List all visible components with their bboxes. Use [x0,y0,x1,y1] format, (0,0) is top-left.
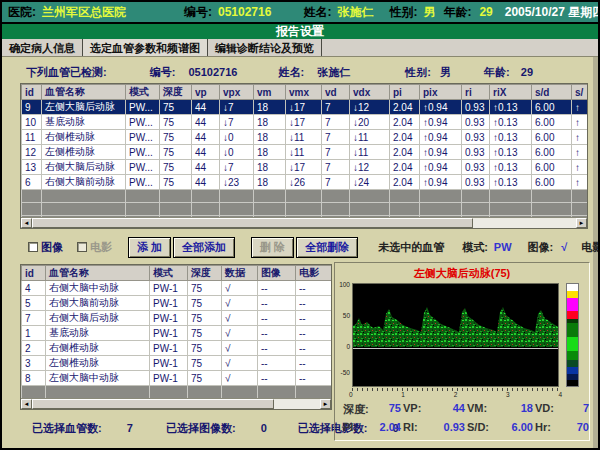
column-header: vd [322,85,350,100]
scroll-right-arrow-icon[interactable]: ► [576,218,587,228]
tab-vessel-spectrum[interactable]: 选定血管参数和频谱图 [83,39,208,56]
table-cell: 7 [322,175,350,190]
table-cell: 0.93 [462,145,490,160]
image-count-value: 0 [261,422,267,434]
table-row[interactable]: 12左侧椎动脉PW...7544↓018↓117↓112.04↑0.940.93… [22,145,588,160]
column-header: pix [420,85,462,100]
table-row[interactable]: 13右侧大脑后动脉PW...7544↓718↓177↓122.04↑0.940.… [22,160,588,175]
image-label: 图像: [528,240,554,255]
stat-vp: VP:44 [403,402,465,417]
table-cell: 2.04 [390,130,420,145]
spectrum-stats: 深度:75 VP:44 VM:18 VD:7 PI:2.04 RI:0.93 S… [343,402,585,433]
y-tick-100: 100 [336,281,350,288]
table-cell: 44 [192,145,220,160]
column-header: 模式 [150,266,188,281]
delete-button[interactable]: 删 除 [251,237,294,258]
detected-table-hscrollbar[interactable]: ◄ ► [21,217,587,228]
table-cell: -- [296,326,332,341]
movie-checkbox-label: 电影 [90,240,112,255]
table-cell: 75 [160,115,192,130]
info-gender-label: 性别: [405,65,431,80]
table-cell: 18 [254,100,286,115]
movie-checkbox[interactable] [77,242,87,252]
age-label: 年龄: [443,4,471,21]
table-row[interactable]: 8左侧大脑中动脉PW-175√---- [22,371,332,386]
x-tick: 1 [401,391,405,398]
scroll-thumb[interactable] [32,399,274,409]
table-cell: 9 [22,100,42,115]
gender-label: 性别: [389,4,417,21]
table-cell: √ [222,311,258,326]
table-row[interactable]: 4右侧大脑中动脉PW-175√---- [22,281,332,296]
table-cell: -- [258,326,296,341]
table-row[interactable]: 5右侧大脑前动脉PW-175√---- [22,296,332,311]
column-header: s/d [532,85,572,100]
table-cell: ↓17 [286,115,322,130]
table-cell: -- [296,356,332,371]
scroll-left-arrow-icon[interactable]: ◄ [21,399,32,409]
table-row[interactable]: 1基底动脉PW-175√---- [22,326,332,341]
table-row[interactable]: 2右侧椎动脉PW-175√---- [22,341,332,356]
table-row[interactable]: 3左侧椎动脉PW-175√---- [22,356,332,371]
table-cell: ↑0.13 [490,160,532,175]
delete-all-button[interactable]: 全部删除 [296,237,358,258]
tab-patient-info[interactable]: 确定病人信息 [2,39,83,56]
table-cell: 7 [322,130,350,145]
table-cell: -- [296,281,332,296]
table-cell: 7 [322,115,350,130]
table-row[interactable]: 11右侧椎动脉PW...7544↓018↓117↓112.04↑0.940.93… [22,130,588,145]
scroll-left-arrow-icon[interactable]: ◄ [21,218,32,228]
table-cell: 左侧椎动脉 [42,145,126,160]
add-button[interactable]: 添 加 [128,237,171,258]
table-cell: 2.04 [390,100,420,115]
name-label: 姓名: [303,4,331,21]
table-row[interactable]: 9左侧大脑后动脉PW...7544↓718↓177↓122.04↑0.940.9… [22,100,588,115]
selected-table-hscrollbar[interactable]: ◄ ► [21,398,331,409]
tab-bar: 确定病人信息 选定血管参数和频谱图 编辑诊断结论及预览 [2,39,598,57]
table-cell: -- [296,341,332,356]
table-row[interactable]: 10基底动脉PW...7544↓718↓177↓202.04↑0.940.93↑… [22,115,588,130]
scroll-right-arrow-icon[interactable]: ► [320,399,331,409]
controls-row: 图像 电影 添 加 全部添加 删 除 全部删除 未选中的血管 模式: PW 图像… [28,236,600,258]
table-cell: 0.93 [462,160,490,175]
table-cell: ↑0.13 [490,145,532,160]
table-cell: 2.04 [390,175,420,190]
table-row[interactable]: 6右侧大脑前动脉PW...7544↓2318↓267↓242.04↑0.940.… [22,175,588,190]
table-cell: 7 [322,100,350,115]
mode-label: 模式: [462,240,488,255]
table-cell: ↑0.94 [420,100,462,115]
table-cell: 基底动脉 [42,115,126,130]
table-cell: PW... [126,115,160,130]
column-header: 模式 [126,85,160,100]
column-header: 数据 [222,266,258,281]
table-cell: PW... [126,130,160,145]
table-cell: 左侧大脑中动脉 [46,371,150,386]
table-cell: 5 [22,296,46,311]
table-cell: 6.00 [532,145,572,160]
table-cell: 右侧大脑后动脉 [42,160,126,175]
table-cell: 6.00 [532,160,572,175]
table-cell: 11 [22,130,42,145]
table-cell: 75 [188,371,222,386]
table-cell: 75 [188,341,222,356]
stat-hr: Hr:70 [535,421,589,433]
table-cell: 6.00 [532,175,572,190]
spectrum-title: 左侧大脑后动脉(75) [335,263,589,281]
table-cell: ↓26 [286,175,322,190]
table-cell: 1 [22,326,46,341]
table-row[interactable]: 7右侧大脑后动脉PW-175√---- [22,311,332,326]
table-cell: ↓23 [220,175,254,190]
selected-vessels-table: id血管名称模式深度数据图像电影 4右侧大脑中动脉PW-175√----5右侧大… [20,264,332,410]
table-cell: ↑0.13 [490,130,532,145]
table-cell: ↓11 [350,130,390,145]
table-cell: ↑ [572,160,588,175]
table-cell: ↓17 [286,160,322,175]
y-tick-50: 50 [336,312,350,319]
image-checkbox[interactable] [28,242,38,252]
table-cell: 44 [192,175,220,190]
scroll-thumb[interactable] [32,218,473,228]
table-cell: 4 [22,281,46,296]
tab-diagnosis-preview[interactable]: 编辑诊断结论及预览 [208,39,322,56]
velocity-colorbar [566,283,579,387]
add-all-button[interactable]: 全部添加 [173,237,235,258]
